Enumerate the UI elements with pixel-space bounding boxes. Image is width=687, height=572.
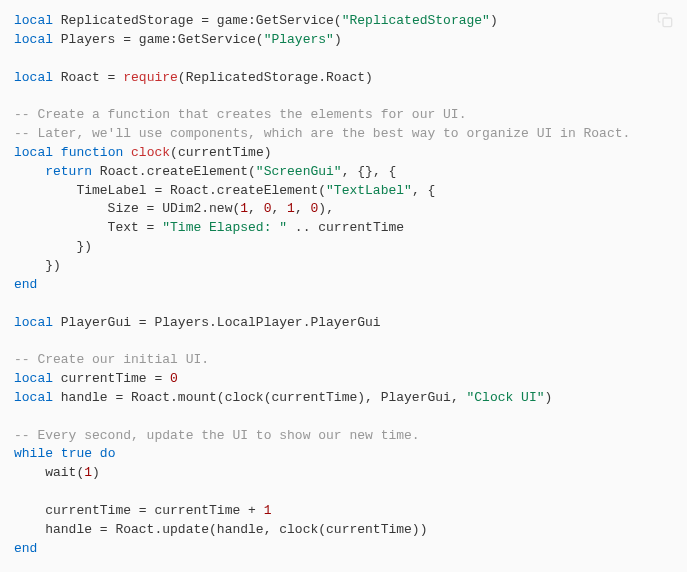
code-text: ReplicatedStorage = game:GetService( (53, 13, 342, 28)
code-text: ) (490, 13, 498, 28)
code-text: , (271, 201, 287, 216)
code-text: Size = UDim2.new( (14, 201, 240, 216)
comment: -- Create our initial UI. (14, 352, 209, 367)
code-text: ), (318, 201, 334, 216)
string: "Clock UI" (466, 390, 544, 405)
code-text: Roact = (53, 70, 123, 85)
code-text: , {}, { (342, 164, 397, 179)
code-text: Text = (14, 220, 162, 235)
number: 1 (240, 201, 248, 216)
code-text: TimeLabel = Roact.createElement( (14, 183, 326, 198)
comment: -- Every second, update the UI to show o… (14, 428, 420, 443)
keyword: local (14, 13, 53, 28)
code-text: handle = Roact.update(handle, clock(curr… (14, 522, 427, 537)
number: 1 (84, 465, 92, 480)
code-text: currentTime = (53, 371, 170, 386)
keyword: local (14, 145, 53, 160)
code-text: }) (14, 258, 61, 273)
comment: -- Create a function that creates the el… (14, 107, 466, 122)
keyword: local (14, 390, 53, 405)
comment: -- Later, we'll use components, which ar… (14, 126, 630, 141)
keyword: local (14, 315, 53, 330)
code-text: wait( (14, 465, 84, 480)
string: "ReplicatedStorage" (342, 13, 490, 28)
code-text: , (295, 201, 311, 216)
number: 1 (287, 201, 295, 216)
keyword: function (61, 145, 123, 160)
keyword: local (14, 32, 53, 47)
code-text: Roact.createElement( (92, 164, 256, 179)
code-text: Players = game:GetService( (53, 32, 264, 47)
code-text: (ReplicatedStorage.Roact) (178, 70, 373, 85)
code-text: handle = Roact.mount(clock(currentTime),… (53, 390, 466, 405)
svg-rect-0 (663, 18, 672, 27)
code-text: .. currentTime (287, 220, 404, 235)
code-block: local ReplicatedStorage = game:GetServic… (14, 12, 673, 558)
keyword: end (14, 277, 37, 292)
code-text: currentTime = currentTime + (14, 503, 264, 518)
code-text: (currentTime) (170, 145, 271, 160)
string: "Time Elapsed: " (162, 220, 287, 235)
keyword: local (14, 70, 53, 85)
code-text: }) (14, 239, 92, 254)
function: require (123, 70, 178, 85)
function: clock (131, 145, 170, 160)
string: "Players" (264, 32, 334, 47)
copy-icon[interactable] (657, 12, 673, 28)
keyword: local (14, 371, 53, 386)
boolean: true (61, 446, 92, 461)
code-text: , (248, 201, 264, 216)
string: "TextLabel" (326, 183, 412, 198)
code-text: , { (412, 183, 435, 198)
code-text: ) (334, 32, 342, 47)
string: "ScreenGui" (256, 164, 342, 179)
code-text: PlayerGui = Players.LocalPlayer.PlayerGu… (53, 315, 381, 330)
code-text: ) (545, 390, 553, 405)
keyword: return (45, 164, 92, 179)
keyword: while (14, 446, 53, 461)
number: 1 (264, 503, 272, 518)
keyword: end (14, 541, 37, 556)
keyword: do (100, 446, 116, 461)
code-text: ) (92, 465, 100, 480)
number: 0 (170, 371, 178, 386)
